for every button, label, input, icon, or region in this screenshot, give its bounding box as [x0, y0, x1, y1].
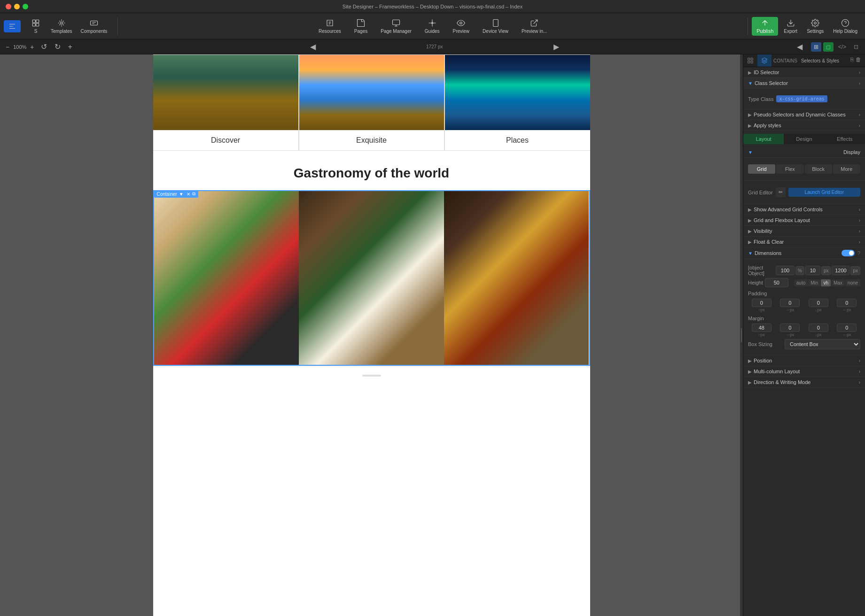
- svg-rect-3: [36, 23, 39, 26]
- resize-handle[interactable]: [362, 375, 381, 377]
- add-element-button[interactable]: +: [65, 42, 75, 52]
- height-auto-tab[interactable]: auto: [794, 279, 808, 286]
- display-header[interactable]: ▼ Display: [743, 147, 865, 158]
- height-value-input[interactable]: [765, 278, 788, 287]
- margin-right-cell: →px: [777, 323, 804, 337]
- dimensions-toggle[interactable]: [842, 250, 855, 256]
- margin-top-input[interactable]: [752, 323, 771, 332]
- logo-button[interactable]: [4, 20, 21, 32]
- width-value-input[interactable]: [776, 266, 795, 275]
- selectors-tab[interactable]: Selectors & Styles: [801, 58, 839, 63]
- zoom-out-button[interactable]: −: [4, 42, 11, 52]
- right-collapse-button[interactable]: ▶: [551, 41, 562, 52]
- id-selector-row[interactable]: ▶ ID Selector ›: [743, 67, 865, 78]
- width-max-unit[interactable]: px: [850, 266, 860, 275]
- dimensions-help-icon[interactable]: ?: [857, 250, 860, 256]
- launch-grid-editor-button[interactable]: Launch Grid Editor: [788, 188, 860, 197]
- close-button[interactable]: [6, 4, 11, 9]
- pages-button[interactable]: Pages: [351, 17, 371, 36]
- height-max-tab[interactable]: Max: [831, 279, 845, 286]
- toggle-breakpoints-label: Components: [81, 29, 108, 34]
- padding-top-input[interactable]: [752, 299, 771, 307]
- multi-column-row[interactable]: ▶ Multi-column Layout ›: [743, 366, 865, 377]
- device-view-button[interactable]: Device View: [479, 17, 512, 36]
- redo-button[interactable]: ↻: [52, 41, 63, 52]
- margin-left-input[interactable]: [837, 323, 857, 332]
- components-button[interactable]: Templates: [47, 17, 76, 36]
- view-preview-button[interactable]: ⊡: [851, 42, 861, 52]
- padding-bottom-input[interactable]: [809, 299, 828, 307]
- minimize-button[interactable]: [14, 4, 20, 9]
- height-vh-tab[interactable]: vh: [821, 279, 831, 286]
- preview-button[interactable]: Preview: [449, 17, 474, 36]
- position-row[interactable]: ▶ Position ›: [743, 355, 865, 366]
- block-display-tab[interactable]: Block: [805, 164, 832, 174]
- grid-flexbox-row[interactable]: ▶ Grid and Flexbox Layout ›: [743, 215, 865, 226]
- direction-row[interactable]: ▶ Direction & Writing Mode ›: [743, 377, 865, 388]
- panel-copy-icon[interactable]: ⎘: [850, 56, 854, 65]
- effects-tab[interactable]: Effects: [825, 134, 865, 144]
- maximize-button[interactable]: [23, 4, 28, 9]
- grid-pencil-button[interactable]: ✏: [776, 187, 786, 197]
- panel-toggle-button[interactable]: ◀: [794, 41, 805, 52]
- margin-bottom-input[interactable]: [809, 323, 828, 332]
- page-manager-button[interactable]: Page Manager: [377, 17, 415, 36]
- traffic-lights: [6, 4, 28, 9]
- preview-in-button[interactable]: Preview in...: [518, 17, 551, 36]
- page-manager-label: Page Manager: [381, 29, 412, 34]
- multi-column-title: Multi-column Layout: [754, 369, 800, 374]
- panel-grid-icon[interactable]: [743, 54, 757, 67]
- resources-button[interactable]: Resources: [315, 17, 345, 36]
- view-code-button[interactable]: ◻: [823, 42, 834, 52]
- visibility-row[interactable]: ▶ Visibility ›: [743, 226, 865, 237]
- grid-editor-section: Grid Editor ✏ Launch Grid Editor: [743, 181, 865, 204]
- left-collapse-button[interactable]: ◀: [307, 41, 319, 52]
- margin-right-input[interactable]: [780, 323, 800, 332]
- padding-left-input[interactable]: [837, 299, 857, 307]
- box-sizing-select[interactable]: Content Box Border Box: [785, 339, 860, 349]
- type-class-value[interactable]: x-css-grid-areas: [776, 95, 827, 102]
- guides-button[interactable]: Guides: [421, 17, 444, 36]
- position-title: Position: [754, 358, 772, 363]
- padding-right-cell: →px: [777, 299, 804, 312]
- settings-button[interactable]: Settings: [803, 17, 827, 36]
- width-max-input[interactable]: [832, 266, 849, 275]
- layout-tab[interactable]: Layout: [743, 134, 784, 144]
- publish-button[interactable]: Publish: [752, 17, 778, 36]
- container-settings-icon[interactable]: ⧉: [192, 191, 195, 197]
- more-display-tab[interactable]: More: [833, 164, 860, 174]
- design-tab[interactable]: Design: [784, 134, 824, 144]
- class-selector-row[interactable]: ▼ Class Selector ›: [743, 78, 865, 89]
- flex-display-tab[interactable]: Flex: [776, 164, 803, 174]
- pseudo-selectors-row[interactable]: ▶ Pseudo Selectors and Dynamic Classes ›: [743, 109, 865, 120]
- zoom-in-button[interactable]: +: [28, 42, 36, 52]
- width-min-input[interactable]: [805, 266, 820, 275]
- canvas-resize-grip[interactable]: [740, 54, 743, 616]
- width-min-unit[interactable]: px: [821, 266, 831, 275]
- float-clear-row[interactable]: ▶ Float & Clear ›: [743, 237, 865, 247]
- svg-rect-18: [751, 61, 753, 63]
- templates-button[interactable]: S: [25, 17, 46, 36]
- grid-display-tab[interactable]: Grid: [748, 164, 775, 174]
- height-none-tab[interactable]: none: [845, 279, 860, 286]
- width-unit-percent[interactable]: %: [795, 266, 804, 275]
- apply-styles-row[interactable]: ▶ Apply styles ›: [743, 120, 865, 131]
- container-dropdown-icon[interactable]: ▼: [179, 192, 184, 197]
- help-button[interactable]: Help Dialog: [829, 17, 861, 36]
- view-grid-button[interactable]: ⊞: [811, 42, 821, 52]
- padding-right-input[interactable]: [780, 299, 800, 307]
- panel-styles-icon[interactable]: [757, 54, 771, 67]
- height-min-tab[interactable]: Min: [808, 279, 820, 286]
- contains-tab[interactable]: CONTAINS: [773, 58, 797, 63]
- undo-button[interactable]: ↺: [38, 41, 50, 52]
- margin-label: Margin: [748, 315, 860, 322]
- view-split-button[interactable]: </>: [835, 42, 849, 52]
- container-close-icon[interactable]: ✕: [187, 192, 190, 197]
- dimensions-header[interactable]: ▼ Dimensions ?: [743, 247, 865, 259]
- advanced-grid-row[interactable]: ▶ Show Advanced Grid Controls ›: [743, 204, 865, 215]
- panel-delete-icon[interactable]: 🗑: [856, 56, 861, 65]
- toggle-breakpoints-button[interactable]: Components: [77, 17, 111, 36]
- box-sizing-row: Box Sizing Content Box Border Box: [748, 339, 860, 349]
- export-button[interactable]: Export: [780, 17, 801, 36]
- preview-in-label: Preview in...: [522, 29, 547, 34]
